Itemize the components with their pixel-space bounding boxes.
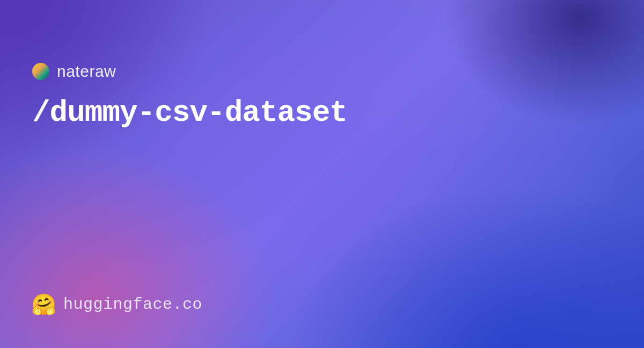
repo-path: /dummy-csv-dataset bbox=[32, 96, 612, 130]
user-avatar bbox=[32, 63, 49, 80]
user-row: nateraw bbox=[32, 62, 612, 81]
spacer bbox=[32, 130, 612, 293]
username: nateraw bbox=[57, 62, 116, 81]
footer-row: 🤗 huggingface.co bbox=[32, 293, 612, 316]
huggingface-logo-icon: 🤗 bbox=[32, 293, 55, 316]
domain-label: huggingface.co bbox=[63, 295, 202, 314]
social-card: nateraw /dummy-csv-dataset 🤗 huggingface… bbox=[0, 0, 644, 348]
